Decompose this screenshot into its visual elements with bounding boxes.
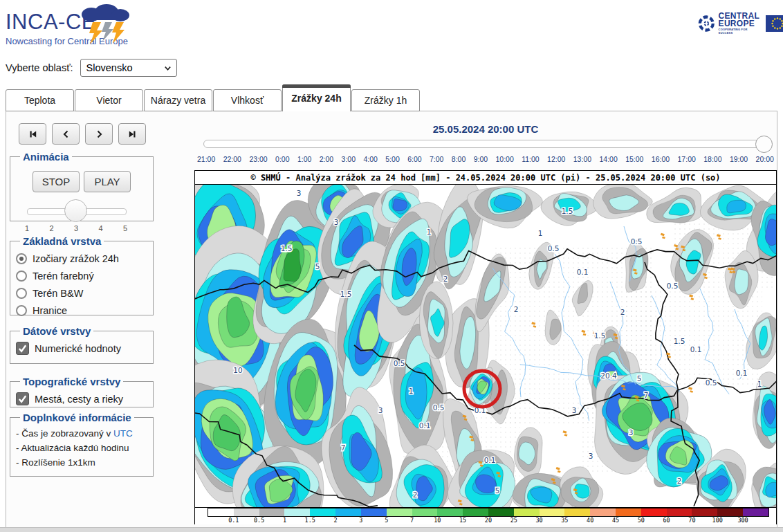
map-title: © SHMÚ - Analýza zrážok za 24 hod [mm] -…: [195, 171, 776, 185]
timeline-datetime: 25.05.2024 20:00 UTC: [194, 123, 777, 135]
map-value-label: 0.1: [577, 268, 589, 276]
checkbox-icon[interactable]: [16, 342, 29, 355]
animation-speed-labels: 12345: [27, 224, 125, 234]
timeline-tick-0:00[interactable]: 0:00: [275, 155, 289, 163]
timeline-tick-18:00[interactable]: 18:00: [703, 155, 721, 163]
precipitation-map[interactable]: © SHMÚ - Analýza zrážok za 24 hod [mm] -…: [194, 170, 777, 524]
topo-layers-legend: Topografické vrstvy: [20, 376, 123, 387]
region-select[interactable]: Slovensko: [80, 59, 177, 77]
scale-boundary-label: 0.5: [254, 517, 264, 524]
timeline-tick-12:00[interactable]: 12:00: [547, 155, 565, 163]
scale-boundary-label: 20: [485, 517, 492, 524]
radio-icon[interactable]: [16, 305, 27, 316]
scale-cell-7: 5: [361, 508, 387, 516]
timeline-tick-2:00[interactable]: 2:00: [320, 155, 333, 163]
scale-boundary-label: 0.1: [228, 517, 239, 524]
scale-boundary-label: 30: [535, 517, 542, 524]
timeline-tick-1:00[interactable]: 1:00: [297, 155, 311, 163]
first-icon: [28, 129, 38, 139]
timeline-slider-track[interactable]: [203, 140, 764, 148]
scale-cell-12: 25: [488, 508, 514, 516]
step-next-button[interactable]: [85, 123, 113, 145]
scale-boundary-label: 7: [410, 517, 414, 524]
timeline-tick-14:00[interactable]: 14:00: [599, 155, 617, 163]
tab-6[interactable]: Zrážky 1h: [351, 89, 420, 111]
scale-boundary-label: 100: [712, 517, 723, 524]
radio-icon[interactable]: [16, 253, 27, 264]
ce-line2: EUROPE: [719, 19, 755, 28]
base-layer-option-label: Hranice: [33, 305, 67, 316]
tab-1[interactable]: Teplota: [6, 89, 74, 111]
map-value-label: 1: [427, 228, 432, 236]
map-value-label: 3: [297, 189, 302, 197]
timeline-tick-3:00[interactable]: 3:00: [342, 155, 356, 163]
timeline-slider-handle[interactable]: [755, 136, 773, 153]
bottom-scrollbar-strip[interactable]: [0, 527, 783, 532]
scale-boundary-label: 5: [385, 517, 388, 524]
step-first-button[interactable]: [19, 123, 46, 145]
animation-speed-slider-handle[interactable]: [64, 199, 87, 222]
topo-layer-option-1[interactable]: Mestá, cesty a rieky: [16, 390, 147, 407]
map-value-label: 2: [514, 305, 519, 313]
timeline-tick-10:00[interactable]: 10:00: [496, 155, 514, 163]
map-value-label: 3: [378, 406, 383, 414]
data-layer-option-1[interactable]: Numerické hodnoty: [16, 340, 147, 357]
timeline-tick-22:00[interactable]: 22:00: [223, 155, 241, 163]
scale-boundary-label: 45: [612, 517, 619, 524]
timeline-tick-7:00[interactable]: 7:00: [430, 155, 443, 163]
step-last-button[interactable]: [118, 123, 146, 145]
map-color-scale: 0.10.511.5235710152025303540455060701003…: [195, 507, 776, 524]
radio-icon[interactable]: [16, 288, 27, 299]
stop-button[interactable]: STOP: [33, 171, 80, 192]
map-value-label: 1.5: [281, 244, 293, 253]
timeline-tick-8:00[interactable]: 8:00: [452, 155, 466, 163]
data-layers-panel: Dátové vrstvy Numerické hodnoty: [10, 325, 154, 364]
timeline-tick-23:00[interactable]: 23:00: [249, 155, 267, 163]
timeline-tick-16:00[interactable]: 16:00: [652, 155, 670, 163]
timeline-tick-11:00[interactable]: 11:00: [522, 155, 540, 163]
tab-3[interactable]: Nárazy vetra: [144, 89, 212, 111]
scale-boundary-label: 70: [688, 517, 695, 524]
map-value-label: 0.1: [484, 456, 496, 464]
base-layer-option-1[interactable]: Izočiary zrážok 24h: [16, 250, 147, 267]
next-icon: [94, 129, 104, 139]
step-prev-button[interactable]: [52, 123, 80, 145]
tab-2[interactable]: Vietor: [75, 89, 143, 111]
tab-4[interactable]: Vlhkosť: [213, 89, 282, 111]
scale-cell-19: 70: [667, 508, 692, 516]
scale-boundary-label: 25: [510, 517, 517, 524]
prev-icon: [61, 129, 71, 139]
base-layer-option-4[interactable]: Hranice: [16, 302, 147, 319]
timeline-tick-17:00[interactable]: 17:00: [678, 155, 696, 163]
radio-icon[interactable]: [16, 270, 27, 282]
utc-link[interactable]: UTC: [113, 428, 133, 439]
map-value-label: 1.5: [674, 337, 685, 345]
scale-cell-9: 10: [412, 508, 438, 516]
base-layer-option-label: Terén B&W: [33, 288, 83, 299]
timeline-tick-9:00[interactable]: 9:00: [474, 155, 488, 163]
checkbox-icon[interactable]: [16, 392, 29, 405]
map-value-label: 5: [495, 486, 500, 495]
topo-layers-panel: Topografické vrstvy Mestá, cesty a rieky: [10, 376, 154, 407]
tab-5[interactable]: Zrážky 24h: [282, 84, 351, 111]
map-value-label: 3: [572, 406, 577, 414]
timeline-tick-6:00[interactable]: 6:00: [407, 155, 421, 163]
play-button[interactable]: PLAY: [84, 171, 131, 192]
inca-ce-logo: INCA-CE Nowcasting for Central Europe: [6, 4, 199, 47]
timeline-tick-13:00[interactable]: 13:00: [573, 155, 591, 163]
timeline-tick-5:00[interactable]: 5:00: [385, 155, 399, 163]
map-value-label: 1.5: [340, 290, 352, 298]
timeline-tick-15:00[interactable]: 15:00: [625, 155, 643, 163]
scale-boundary-label: 60: [663, 517, 670, 524]
timeline-tick-19:00[interactable]: 19:00: [730, 155, 748, 163]
region-selector-row: Vyberte oblasť: Slovensko: [6, 58, 177, 77]
base-layer-option-3[interactable]: Terén B&W: [16, 284, 147, 302]
map-value-label: 3: [629, 428, 634, 437]
timeline-tick-21:00[interactable]: 21:00: [197, 155, 215, 163]
base-layer-option-2[interactable]: Terén farebný: [16, 267, 147, 284]
eu-flag-icon: [766, 15, 783, 32]
scale-cell-13: 30: [514, 508, 540, 516]
timeline-tick-4:00[interactable]: 4:00: [363, 155, 377, 163]
timeline-tick-20:00[interactable]: 20:00: [756, 155, 774, 163]
scale-cell-8: 7: [387, 508, 412, 516]
